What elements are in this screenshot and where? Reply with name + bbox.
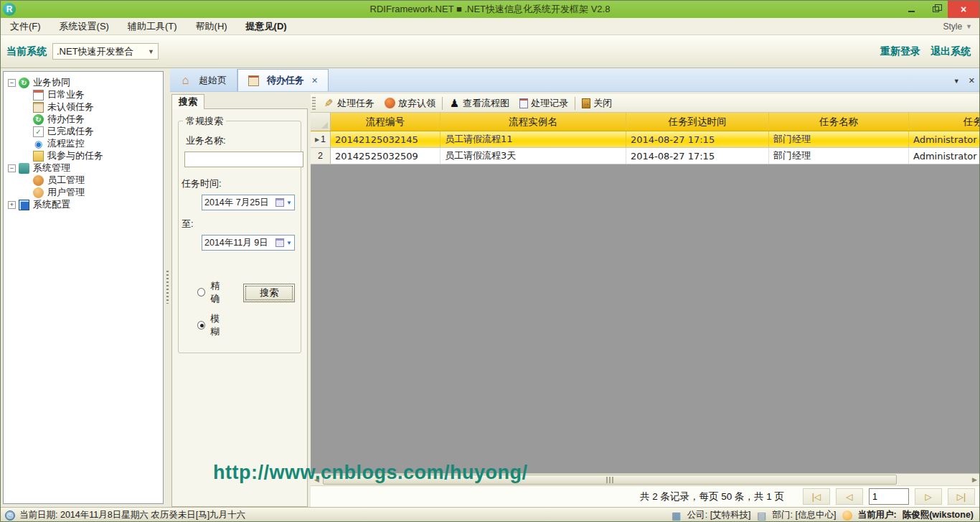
tree-item-unclaimed-tasks[interactable]: 未认领任务	[22, 101, 163, 113]
radio-exact-label: 精确	[210, 279, 227, 305]
table-row[interactable]: 1 20142125032145员工请假流程112014-08-27 17:15…	[311, 131, 980, 148]
minimize-button[interactable]	[899, 1, 923, 18]
relogin-link[interactable]: 重新登录	[880, 45, 920, 58]
tree-item-label: 员工管理	[47, 174, 85, 187]
tree-item-employee-mgmt[interactable]: 员工管理	[22, 174, 163, 186]
record-summary: 共 2 条记录，每页 50 条，共 1 页	[640, 490, 784, 503]
menu-item[interactable]: 辅助工具(T)	[118, 18, 187, 34]
menu-item[interactable]: 文件(F)	[1, 18, 50, 34]
tree-item-label: 业务协同	[33, 76, 70, 89]
toolbar-button-abandon-claim[interactable]: 放弃认领	[380, 95, 440, 111]
scroll-left-icon[interactable]: ◀	[311, 474, 323, 485]
column-header[interactable]: 任务到达时间	[626, 113, 769, 131]
first-page-button[interactable]: |◁	[803, 488, 830, 505]
tabstrip-close-icon[interactable]: ✕	[969, 76, 975, 85]
tab-list-dropdown-icon[interactable]: ▼	[953, 78, 960, 85]
radio-fuzzy-icon	[197, 321, 205, 330]
prev-page-button[interactable]: ◁	[836, 488, 863, 505]
scroll-right-icon[interactable]: ▶	[969, 474, 980, 485]
search-tab[interactable]: 搜索	[171, 94, 204, 109]
tree-expander[interactable]: −	[8, 79, 16, 87]
date-to-picker[interactable]: 2014年11月 9日 ▼	[202, 235, 295, 251]
table-cell: Administrator	[909, 131, 980, 147]
app-logo-icon: R	[3, 3, 16, 16]
tree-splitter[interactable]	[164, 71, 170, 504]
select-all-corner[interactable]	[311, 113, 331, 131]
exit-system-link[interactable]: 退出系统	[930, 45, 971, 58]
calendar-icon	[275, 238, 284, 247]
table-cell: 部门经理	[769, 131, 909, 147]
page-number-input[interactable]	[869, 488, 909, 505]
table-row[interactable]: 2 20142525032509员工请假流程3天2014-08-27 17:15…	[311, 148, 980, 164]
system-combobox-value: .NET快速开发整合	[57, 45, 134, 58]
table-cell: 部门经理	[769, 148, 909, 164]
radio-exact-icon	[197, 288, 205, 297]
check-icon	[33, 126, 44, 137]
radio-fuzzy[interactable]: 模糊	[197, 312, 227, 338]
tree-item-process-monitor[interactable]: 流程监控	[22, 138, 163, 149]
tree-item-todo-tasks[interactable]: 待办任务	[22, 113, 163, 125]
sync-icon	[33, 114, 44, 125]
chevron-down-icon: ▼	[286, 240, 292, 246]
date-from-picker[interactable]: 2014年 7月25日 ▼	[202, 195, 295, 210]
toolbar-button-handle-record[interactable]: 处理记录	[514, 95, 573, 111]
toolbar-button-handle-task[interactable]: 处理任务	[319, 95, 380, 111]
tree-item-completed-tasks[interactable]: 已完成任务	[22, 126, 163, 137]
toolbar-button-close[interactable]: 关闭	[577, 95, 617, 111]
tree-item-label: 系统配置	[33, 198, 70, 211]
tree-item-system-mgmt[interactable]: − 系统管理	[8, 162, 163, 174]
menu-item[interactable]: 系统设置(S)	[50, 18, 118, 34]
column-header[interactable]: 流程实例名	[440, 113, 626, 131]
tab-start-page[interactable]: 超始页	[170, 69, 237, 91]
toolbar-item-label: 关闭	[593, 97, 612, 110]
abandon-icon	[385, 98, 395, 108]
toolbar-item-label: 放弃认领	[398, 97, 435, 110]
clipboard-icon	[33, 102, 44, 113]
tree-item-daily-business[interactable]: 日常业务	[22, 89, 163, 101]
business-name-label: 业务名称:	[186, 134, 295, 147]
menu-item[interactable]: 提意见(D)	[237, 18, 296, 34]
column-header[interactable]: 任务提交人	[909, 113, 980, 131]
date-to-value: 2014年11月 9日	[204, 237, 268, 249]
tab-todo-tasks[interactable]: 待办任务 ✕	[237, 69, 329, 91]
column-header[interactable]: 流程编号	[331, 113, 440, 131]
restore-icon	[933, 6, 939, 12]
table-cell: 2014-08-27 17:15	[626, 148, 769, 164]
toolbar-button-view-flowchart[interactable]: 查看流程图	[444, 95, 514, 111]
tree-item-system-config[interactable]: + 系统配置	[8, 199, 163, 210]
column-header[interactable]: 任务名称	[769, 113, 909, 131]
group-title: 常规搜索	[183, 115, 226, 128]
calendar-icon	[33, 90, 44, 101]
last-page-button[interactable]: ▷|	[948, 488, 975, 505]
tab-label: 待办任务	[267, 74, 304, 87]
current-system-bar: 当前系统 .NET快速开发整合 ▼ 重新登录 退出系统	[1, 35, 979, 68]
close-button[interactable]: ×	[948, 1, 979, 18]
restore-button[interactable]	[923, 1, 948, 18]
company-text: 公司: [艾特科技]	[687, 509, 751, 521]
search-button[interactable]: 搜索	[243, 284, 295, 302]
date-from-value: 2014年 7月25日	[204, 197, 269, 209]
department-icon	[757, 511, 767, 521]
tree-expander[interactable]: −	[8, 164, 16, 172]
tree-item-my-tasks[interactable]: 我参与的任务	[22, 150, 163, 162]
eye-icon	[33, 139, 44, 149]
next-page-button[interactable]: ▷	[915, 488, 942, 505]
menu-item[interactable]: 帮助(H)	[187, 18, 237, 34]
scrollbar-thumb[interactable]	[323, 475, 897, 485]
business-name-input[interactable]	[184, 152, 303, 167]
tree-expander[interactable]: +	[8, 201, 16, 209]
tree-item-business-collab[interactable]: − 业务协同	[8, 77, 163, 88]
current-date-text: 当前日期: 2014年11月8日星期六 农历癸未日[马]九月十六	[19, 509, 245, 521]
tree-item-user-mgmt[interactable]: 用户管理	[22, 187, 163, 198]
tab-close-icon[interactable]: ✕	[311, 76, 318, 85]
table-cell: 2014-08-27 17:15	[626, 131, 769, 147]
style-label: Style	[943, 22, 962, 32]
toolbar-item-label: 处理记录	[531, 97, 568, 110]
horizontal-scrollbar[interactable]: ◀ ▶	[311, 473, 980, 485]
department-text: 部门: [信息中心]	[773, 509, 837, 521]
style-selector[interactable]: Style ▼	[943, 22, 972, 32]
radio-exact[interactable]: 精确	[197, 279, 227, 305]
system-combobox[interactable]: .NET快速开发整合 ▼	[52, 43, 159, 60]
current-user-label: 当前用户:	[858, 509, 897, 521]
scrollbar-track[interactable]	[897, 474, 969, 485]
